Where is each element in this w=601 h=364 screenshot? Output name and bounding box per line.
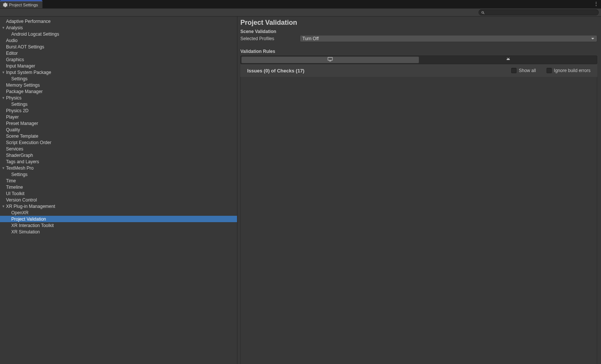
svg-point-0 [482,12,483,14]
sidebar-item-player[interactable]: Player [0,114,237,120]
sidebar-item-physics[interactable]: ▼Physics [0,95,237,101]
show-all-checkbox[interactable] [511,68,516,73]
sidebar-item-quality[interactable]: Quality [0,126,237,133]
sidebar-item-label: Memory Settings [6,83,40,88]
sidebar-item-version-control[interactable]: Version Control [0,197,237,203]
sidebar-item-label: TextMesh Pro [6,165,33,171]
sidebar-item-label: Input Manager [6,63,35,69]
sidebar-item-input-system-package[interactable]: ▼Input System Package [0,69,237,75]
sidebar-item-label: Physics 2D [6,108,29,113]
sidebar-item-script-execution-order[interactable]: Script Execution Order [0,139,237,146]
sidebar-item-label: XR Interaction Toolkit [11,223,54,228]
sidebar-item-package-manager[interactable]: Package Manager [0,88,237,95]
sidebar-item-settings[interactable]: Settings [0,75,237,82]
platform-tabs [240,56,597,64]
android-icon [506,57,511,63]
sidebar-item-label: Tags and Layers [6,159,39,164]
sidebar-item-memory-settings[interactable]: Memory Settings [0,82,237,88]
svg-point-8 [509,59,509,59]
monitor-icon [328,57,333,63]
selected-profiles-value: Turn Off [302,36,319,41]
sidebar-item-settings[interactable]: Settings [0,101,237,107]
sidebar-item-xr-plug-in-management[interactable]: ▼XR Plug-in Management [0,203,237,209]
sidebar-item-label: Graphics [6,57,24,62]
sidebar-item-project-validation[interactable]: Project Validation [0,216,237,222]
window-menu-button[interactable]: ⋮ [593,1,599,6]
tab-bar: Project Settings ⋮ [0,0,601,8]
sidebar-item-label: XR Simulation [11,229,40,235]
chevron-down-icon[interactable]: ▼ [2,96,5,100]
platform-tab-android[interactable] [420,56,597,64]
sidebar-item-label: Android Logcat Settings [11,32,59,37]
sidebar-item-label: Settings [11,76,27,81]
selected-profiles-row: Selected Profiles Turn Off [240,35,597,42]
sidebar-item-label: Analysis [6,25,23,30]
sidebar-item-xr-simulation[interactable]: XR Simulation [0,229,237,235]
svg-rect-2 [328,57,332,60]
gear-icon [3,3,8,7]
validation-rules-label: Validation Rules [240,49,597,54]
sidebar-item-audio[interactable]: Audio [0,37,237,44]
svg-rect-4 [330,60,330,61]
sidebar-item-editor[interactable]: Editor [0,50,237,56]
sidebar-item-android-logcat-settings[interactable]: Android Logcat Settings [0,31,237,37]
sidebar-item-time[interactable]: Time [0,177,237,184]
chevron-down-icon[interactable]: ▼ [2,166,5,170]
sidebar-item-label: Script Execution Order [6,140,51,145]
sidebar-item-label: Audio [6,38,18,43]
issues-bar: Issues (0) of Checks (17) Show all Ignor… [240,64,597,77]
sidebar-item-preset-manager[interactable]: Preset Manager [0,120,237,126]
sidebar-item-services[interactable]: Services [0,146,237,152]
sidebar-item-openxr[interactable]: OpenXR [0,209,237,216]
selected-profiles-dropdown[interactable]: Turn Off [300,35,597,42]
sidebar-item-label: Player [6,114,19,120]
sidebar-item-label: Adaptive Performance [6,19,51,24]
sidebar-item-label: Scene Template [6,134,38,139]
svg-line-5 [507,57,507,58]
chevron-down-icon[interactable]: ▼ [2,205,5,208]
sidebar-item-shadergraph[interactable]: ShaderGraph [0,152,237,158]
sidebar-item-input-manager[interactable]: Input Manager [0,63,237,69]
sidebar-item-graphics[interactable]: Graphics [0,56,237,63]
svg-line-6 [509,57,509,58]
sidebar-item-xr-interaction-toolkit[interactable]: XR Interaction Toolkit [0,222,237,229]
svg-point-7 [507,59,508,59]
sidebar-item-label: Settings [11,172,27,177]
sidebar-item-label: Burst AOT Settings [6,44,44,50]
sidebar-item-burst-aot-settings[interactable]: Burst AOT Settings [0,44,237,50]
sidebar-item-label: Project Validation [11,217,46,222]
sidebar-item-label: Version Control [6,197,37,203]
search-input[interactable] [486,10,596,15]
sidebar-item-tags-and-layers[interactable]: Tags and Layers [0,158,237,165]
sidebar-item-label: Input System Package [6,70,51,75]
issues-count-text: Issues (0) of Checks (17) [247,68,501,74]
ignore-build-errors-label: Ignore build errors [554,68,590,73]
sidebar-item-timeline[interactable]: Timeline [0,184,237,190]
tab-project-settings[interactable]: Project Settings [0,0,42,8]
chevron-down-icon[interactable]: ▼ [2,71,5,74]
sidebar-item-textmesh-pro[interactable]: ▼TextMesh Pro [0,165,237,171]
ignore-build-errors-checkbox[interactable] [547,68,552,73]
issues-list [240,77,597,364]
sidebar-item-label: Time [6,178,16,184]
scene-validation-label: Scene Validation [240,29,597,34]
sidebar-item-ui-toolkit[interactable]: UI Toolkit [0,190,237,197]
settings-sidebar[interactable]: Adaptive Performance▼AnalysisAndroid Log… [0,17,237,364]
sidebar-item-physics-2d[interactable]: Physics 2D [0,107,237,114]
sidebar-item-analysis[interactable]: ▼Analysis [0,24,237,31]
sidebar-item-adaptive-performance[interactable]: Adaptive Performance [0,18,237,24]
search-icon [481,11,485,14]
sidebar-item-label: Settings [11,102,27,107]
ignore-build-errors-group: Ignore build errors [547,68,590,73]
sidebar-item-scene-template[interactable]: Scene Template [0,133,237,139]
platform-tab-standalone[interactable] [241,56,419,63]
sidebar-item-label: Editor [6,51,18,56]
chevron-down-icon[interactable]: ▼ [2,26,5,30]
main-split: Adaptive Performance▼AnalysisAndroid Log… [0,17,601,364]
tab-label: Project Settings [9,3,38,7]
search-input-wrapper[interactable] [479,9,599,15]
show-all-group: Show all [511,68,536,73]
page-title: Project Validation [240,19,597,27]
sidebar-item-label: Quality [6,127,20,132]
sidebar-item-settings[interactable]: Settings [0,171,237,177]
